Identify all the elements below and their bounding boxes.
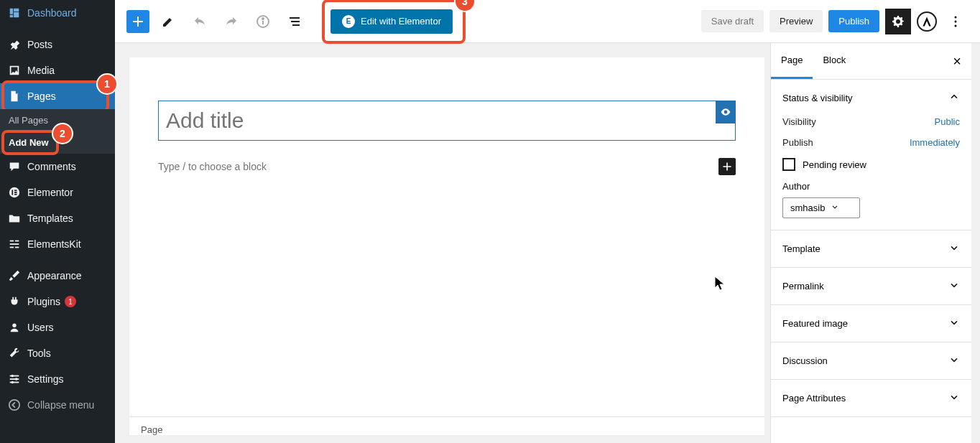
svg-rect-4 <box>14 194 17 195</box>
sidebar-label-all-pages: All Pages <box>9 115 48 126</box>
panel-page-attributes-header[interactable]: Page Attributes <box>771 380 971 416</box>
sidebar-label-pages: Pages <box>27 90 56 102</box>
svg-point-26 <box>955 24 957 27</box>
post-title-input[interactable]: Add title <box>158 101 736 141</box>
info-icon[interactable] <box>250 9 276 34</box>
sidebar-label-posts: Posts <box>27 39 52 50</box>
media-icon <box>7 63 22 78</box>
svg-rect-23 <box>292 24 300 26</box>
block-placeholder-text[interactable]: Type / to choose a block <box>158 161 267 172</box>
panel-featured-image-label: Featured image <box>782 318 848 329</box>
pending-review-checkbox[interactable] <box>782 158 795 171</box>
elementor-btn-label: Edit with Elementor <box>361 16 441 27</box>
sidebar-label-users: Users <box>27 322 54 333</box>
visibility-value-link[interactable]: Public <box>935 116 960 127</box>
sidebar-label-settings: Settings <box>27 373 64 385</box>
wrench-icon <box>7 346 22 360</box>
settings-sidebar: Page Block × Status & visibility Visibil… <box>770 43 971 443</box>
panel-discussion-header[interactable]: Discussion <box>771 342 971 379</box>
scrollbar-track[interactable] <box>971 43 980 443</box>
more-options-icon[interactable] <box>943 9 969 34</box>
outline-icon[interactable] <box>282 9 308 34</box>
panel-permalink-header[interactable]: Permalink <box>771 268 971 304</box>
sidebar-item-dashboard[interactable]: Dashboard <box>0 0 115 26</box>
annotation-badge-2: 2 <box>53 124 72 143</box>
undo-icon[interactable] <box>187 9 213 34</box>
svg-rect-5 <box>10 241 14 242</box>
svg-point-15 <box>15 378 18 381</box>
sidebar-item-plugins[interactable]: Plugins 1 <box>0 289 115 314</box>
svg-point-16 <box>11 381 14 384</box>
svg-point-14 <box>11 375 14 378</box>
chevron-up-icon <box>948 91 960 105</box>
elementor-e-icon: E <box>342 15 355 28</box>
sidebar-label-add-new: Add New <box>9 137 49 148</box>
sidebar-item-tools[interactable]: Tools <box>0 340 115 366</box>
publish-value-link[interactable]: Immediately <box>910 137 960 148</box>
publish-button[interactable]: Publish <box>828 10 879 32</box>
comments-icon <box>7 159 22 174</box>
folder-icon <box>7 211 22 225</box>
visibility-eye-icon[interactable] <box>716 101 736 123</box>
sidebar-item-posts[interactable]: Posts <box>0 32 115 57</box>
sidebar-label-collapse: Collapse menu <box>27 399 94 411</box>
panel-featured-image-header[interactable]: Featured image <box>771 305 971 342</box>
sidebar-label-media: Media <box>27 65 55 76</box>
add-block-button[interactable] <box>126 10 149 33</box>
collapse-icon <box>7 398 22 412</box>
sidebar-item-users[interactable]: Users <box>0 314 115 340</box>
annotation-badge-3: 3 <box>456 0 474 11</box>
svg-point-20 <box>262 18 264 19</box>
sidebar-item-settings[interactable]: Settings <box>0 366 115 392</box>
panel-status-visibility-header[interactable]: Status & visibility <box>771 80 971 116</box>
tab-page[interactable]: Page <box>771 43 813 79</box>
panel-page-attributes-label: Page Attributes <box>782 393 846 404</box>
edit-mode-icon[interactable] <box>155 9 181 34</box>
settings-gear-button[interactable] <box>885 9 911 34</box>
svg-rect-21 <box>290 17 300 19</box>
block-editor: Add title Type / to choose a block Page <box>115 43 770 443</box>
chevron-down-icon <box>948 279 960 293</box>
panel-template-header[interactable]: Template <box>771 230 971 267</box>
chevron-down-icon <box>948 354 960 368</box>
svg-point-25 <box>955 20 957 22</box>
close-settings-icon[interactable]: × <box>948 52 966 70</box>
sidebar-item-media[interactable]: Media <box>0 57 115 83</box>
redo-icon[interactable] <box>218 9 244 34</box>
edit-with-elementor-button[interactable]: E Edit with Elementor <box>330 9 453 34</box>
author-select[interactable]: smhasib <box>782 197 860 218</box>
pushpin-icon <box>7 37 22 52</box>
admin-sidebar: Dashboard Posts Media Pages 1 All Pages … <box>0 0 115 443</box>
svg-rect-8 <box>10 247 14 248</box>
sidebar-item-appearance[interactable]: Appearance <box>0 263 115 289</box>
pages-icon <box>7 89 22 103</box>
plug-icon <box>7 294 22 309</box>
sidebar-item-elementskit[interactable]: ElementsKit <box>0 231 115 257</box>
sidebar-item-templates[interactable]: Templates <box>0 205 115 231</box>
author-select-value: smhasib <box>790 202 825 213</box>
chevron-down-icon <box>831 202 839 213</box>
sidebar-item-elementor[interactable]: Elementor <box>0 179 115 205</box>
panel-header-label-status: Status & visibility <box>782 93 853 103</box>
sidebar-collapse[interactable]: Collapse menu <box>0 392 115 418</box>
sidebar-item-comments[interactable]: Comments <box>0 154 115 179</box>
elementor-icon <box>7 185 22 200</box>
preview-button[interactable]: Preview <box>769 10 823 32</box>
svg-rect-6 <box>15 241 19 242</box>
save-draft-button[interactable]: Save draft <box>701 10 764 32</box>
astra-theme-icon[interactable] <box>917 11 937 32</box>
chevron-down-icon <box>948 317 960 330</box>
svg-rect-3 <box>14 192 17 193</box>
tab-block[interactable]: Block <box>813 43 856 79</box>
chevron-down-icon <box>948 391 960 405</box>
editor-toolbar: E Edit with Elementor 3 Save draft Previ… <box>115 0 980 43</box>
sidebar-label-templates: Templates <box>27 213 73 224</box>
svg-rect-22 <box>291 21 300 22</box>
add-block-inline-button[interactable] <box>718 158 736 175</box>
author-label: Author <box>782 181 960 192</box>
footer-tab-page[interactable]: Page <box>141 424 162 435</box>
sidebar-label-plugins: Plugins <box>27 296 60 307</box>
sidebar-label-elementor: Elementor <box>27 187 73 198</box>
svg-point-17 <box>9 400 19 410</box>
pending-review-label: Pending review <box>803 159 866 170</box>
